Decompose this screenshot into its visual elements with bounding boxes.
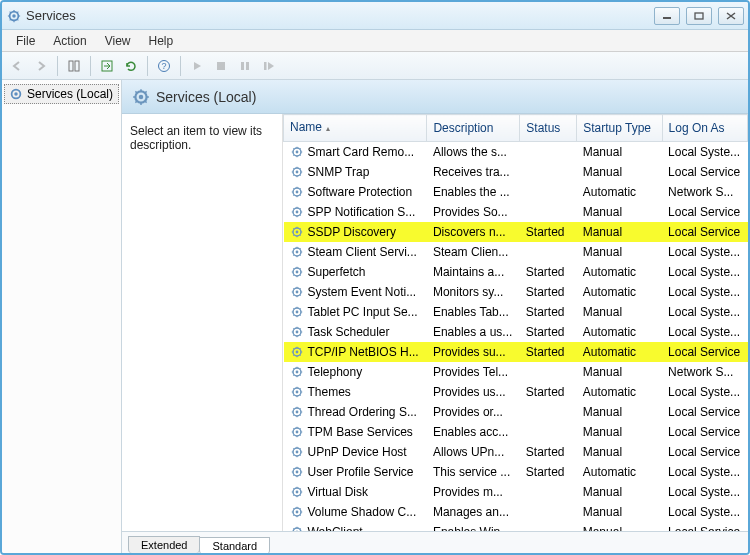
gear-icon	[290, 345, 304, 359]
service-desc: Provides or...	[427, 402, 520, 422]
service-row[interactable]: TCP/IP NetBIOS H...Provides su...Started…	[284, 342, 748, 362]
service-status: Started	[520, 442, 577, 462]
minimize-button[interactable]	[654, 7, 680, 25]
col-description[interactable]: Description	[427, 115, 520, 142]
tab-standard[interactable]: Standard	[199, 537, 270, 553]
window-title: Services	[26, 8, 76, 23]
service-startup: Manual	[577, 422, 662, 442]
service-row[interactable]: SSDP DiscoveryDiscovers n...StartedManua…	[284, 222, 748, 242]
service-row[interactable]: Steam Client Servi...Steam Clien...Manua…	[284, 242, 748, 262]
svg-point-44	[295, 411, 298, 414]
list-header-title: Services (Local)	[156, 89, 256, 105]
service-status	[520, 362, 577, 382]
service-status	[520, 142, 577, 163]
start-button[interactable]	[186, 55, 208, 77]
service-desc: Enables a us...	[427, 322, 520, 342]
help-button[interactable]: ?	[153, 55, 175, 77]
stop-button[interactable]	[210, 55, 232, 77]
service-desc: Receives tra...	[427, 162, 520, 182]
service-row[interactable]: Thread Ordering S...Provides or...Manual…	[284, 402, 748, 422]
service-desc: Provides Tel...	[427, 362, 520, 382]
service-name: SSDP Discovery	[308, 224, 396, 240]
service-row[interactable]: Virtual DiskProvides m...ManualLocal Sys…	[284, 482, 748, 502]
tab-extended[interactable]: Extended	[128, 536, 200, 553]
svg-rect-5	[75, 61, 79, 71]
svg-point-48	[295, 451, 298, 454]
service-desc: Provides us...	[427, 382, 520, 402]
service-desc: Provides m...	[427, 482, 520, 502]
col-name[interactable]: Name	[284, 115, 427, 142]
service-row[interactable]: TPM Base ServicesEnables acc...ManualLoc…	[284, 422, 748, 442]
restart-button[interactable]	[258, 55, 280, 77]
service-row[interactable]: SPP Notification S...Provides So...Manua…	[284, 202, 748, 222]
service-row[interactable]: Task SchedulerEnables a us...StartedAuto…	[284, 322, 748, 342]
svg-rect-12	[264, 62, 267, 70]
gear-icon	[290, 225, 304, 239]
forward-button[interactable]	[30, 55, 52, 77]
col-startup[interactable]: Startup Type	[577, 115, 662, 142]
service-startup: Manual	[577, 402, 662, 422]
menu-file[interactable]: File	[8, 32, 43, 50]
svg-point-52	[295, 491, 298, 494]
service-row[interactable]: Tablet PC Input Se...Enables Tab...Start…	[284, 302, 748, 322]
service-logon: Local Service	[662, 522, 747, 531]
service-name: System Event Noti...	[308, 284, 417, 300]
tree-item-services-local[interactable]: Services (Local)	[4, 84, 119, 104]
service-row[interactable]: WebClientEnables Win...ManualLocal Servi…	[284, 522, 748, 531]
export-button[interactable]	[96, 55, 118, 77]
description-pane: Select an item to view its description.	[122, 114, 282, 531]
service-row[interactable]: ThemesProvides us...StartedAutomaticLoca…	[284, 382, 748, 402]
service-startup: Automatic	[577, 322, 662, 342]
service-row[interactable]: Software ProtectionEnables the ...Automa…	[284, 182, 748, 202]
service-name: Virtual Disk	[308, 484, 368, 500]
service-row[interactable]: Smart Card Remo...Allows the s...ManualL…	[284, 142, 748, 163]
menu-help[interactable]: Help	[141, 32, 182, 50]
service-desc: Manages an...	[427, 502, 520, 522]
gear-icon	[290, 385, 304, 399]
col-logon[interactable]: Log On As	[662, 115, 747, 142]
service-status: Started	[520, 382, 577, 402]
service-name: User Profile Service	[308, 464, 414, 480]
service-startup: Manual	[577, 202, 662, 222]
service-logon: Network S...	[662, 362, 747, 382]
menu-view[interactable]: View	[97, 32, 139, 50]
service-status	[520, 202, 577, 222]
show-hide-tree-button[interactable]	[63, 55, 85, 77]
service-desc: Monitors sy...	[427, 282, 520, 302]
service-row[interactable]: SNMP TrapReceives tra...ManualLocal Serv…	[284, 162, 748, 182]
app-icon	[6, 8, 22, 24]
tree-item-label: Services (Local)	[27, 87, 113, 101]
col-status[interactable]: Status	[520, 115, 577, 142]
service-status	[520, 522, 577, 531]
description-text: description.	[130, 138, 274, 152]
service-logon: Local Syste...	[662, 462, 747, 482]
toolbar: ?	[2, 52, 748, 80]
maximize-button[interactable]	[686, 7, 712, 25]
service-row[interactable]: User Profile ServiceThis service ...Star…	[284, 462, 748, 482]
svg-rect-4	[69, 61, 73, 71]
service-row[interactable]: Volume Shadow C...Manages an...ManualLoc…	[284, 502, 748, 522]
service-row[interactable]: UPnP Device HostAllows UPn...StartedManu…	[284, 442, 748, 462]
back-button[interactable]	[6, 55, 28, 77]
menu-action[interactable]: Action	[45, 32, 94, 50]
service-row[interactable]: SuperfetchMaintains a...StartedAutomatic…	[284, 262, 748, 282]
service-startup: Manual	[577, 302, 662, 322]
refresh-button[interactable]	[120, 55, 142, 77]
service-row[interactable]: System Event Noti...Monitors sy...Starte…	[284, 282, 748, 302]
services-list[interactable]: Name Description Status Startup Type Log…	[282, 114, 748, 531]
pause-button[interactable]	[234, 55, 256, 77]
service-status: Started	[520, 222, 577, 242]
service-status: Started	[520, 462, 577, 482]
service-logon: Network S...	[662, 182, 747, 202]
gear-icon	[290, 165, 304, 179]
svg-point-18	[295, 151, 298, 154]
service-desc: Steam Clien...	[427, 242, 520, 262]
description-text: Select an item to view its	[130, 124, 274, 138]
close-button[interactable]	[718, 7, 744, 25]
toolbar-separator	[57, 56, 58, 76]
gear-icon	[290, 485, 304, 499]
service-row[interactable]: TelephonyProvides Tel...ManualNetwork S.…	[284, 362, 748, 382]
svg-rect-11	[246, 62, 249, 70]
svg-point-40	[295, 371, 298, 374]
service-startup: Manual	[577, 142, 662, 163]
